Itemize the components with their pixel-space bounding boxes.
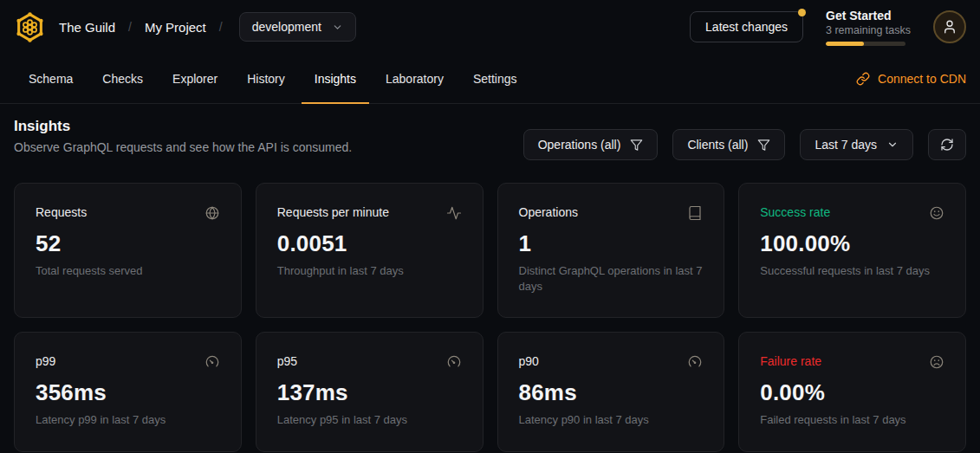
- latest-changes-button[interactable]: Latest changes: [690, 11, 803, 42]
- activity-icon: [446, 205, 462, 221]
- gauge-icon: [687, 354, 703, 370]
- notification-dot: [798, 9, 806, 16]
- stat-card-requests-per-minute: Requests per minute 0.0051 Throughput in…: [256, 183, 484, 318]
- tab-insights[interactable]: Insights: [300, 54, 371, 103]
- refresh-button[interactable]: [928, 129, 966, 160]
- period-selector[interactable]: Last 7 days: [800, 129, 913, 160]
- user-avatar[interactable]: [933, 10, 966, 43]
- card-title: Success rate: [760, 205, 830, 219]
- operations-filter-label: Operations (all): [538, 138, 621, 152]
- stats-grid: Requests 52 Total requests served Reques…: [14, 183, 966, 452]
- tab-checks[interactable]: Checks: [88, 54, 158, 103]
- chevron-down-icon: [332, 22, 343, 33]
- gauge-icon: [204, 354, 220, 370]
- card-subtitle: Latency p90 in last 7 days: [519, 412, 704, 428]
- get-started-subtitle: 3 remaining tasks: [826, 24, 911, 36]
- filter-icon: [757, 139, 770, 152]
- insights-page: Insights Observe GraphQL requests and se…: [0, 104, 980, 452]
- stat-card-failure-rate: Failure rate 0.00% Failed requests in la…: [738, 332, 966, 452]
- card-title: Operations: [519, 205, 578, 219]
- card-value: 137ms: [277, 379, 462, 406]
- card-value: 1: [519, 230, 704, 257]
- stat-card-p90: p90 86ms Latency p90 in last 7 days: [497, 332, 725, 452]
- frown-icon: [929, 354, 944, 370]
- card-title: p99: [36, 354, 55, 368]
- card-subtitle: Latency p95 in last 7 days: [277, 412, 462, 428]
- page-subtitle: Observe GraphQL requests and see how the…: [14, 140, 352, 154]
- breadcrumb-project[interactable]: My Project: [145, 20, 206, 35]
- stat-card-p95: p95 137ms Latency p95 in last 7 days: [256, 332, 484, 452]
- nav-tabs: Schema Checks Explorer History Insights …: [14, 54, 532, 103]
- gauge-icon: [446, 354, 462, 370]
- card-title: p90: [519, 354, 539, 368]
- page-title: Insights: [14, 118, 352, 135]
- card-subtitle: Failed requests in last 7 days: [760, 412, 944, 428]
- card-value: 52: [36, 230, 220, 257]
- period-selector-value: Last 7 days: [815, 138, 877, 152]
- clients-filter-label: Clients (all): [687, 138, 748, 152]
- latest-changes-label: Latest changes: [705, 20, 788, 34]
- operations-filter-button[interactable]: Operations (all): [523, 129, 659, 160]
- card-title: p95: [277, 354, 297, 368]
- card-value: 86ms: [519, 379, 704, 406]
- hive-logo-icon[interactable]: [14, 11, 46, 43]
- get-started-widget[interactable]: Get Started 3 remaining tasks: [826, 9, 911, 46]
- stat-card-p99: p99 356ms Latency p99 in last 7 days: [14, 332, 242, 452]
- breadcrumb-separator: /: [219, 20, 223, 34]
- topbar: The Guild / My Project / development Lat…: [0, 0, 980, 54]
- card-subtitle: Distinct GraphQL operations in last 7 da…: [519, 263, 704, 294]
- card-subtitle: Successful requests in last 7 days: [760, 263, 944, 279]
- globe-icon: [204, 205, 220, 221]
- get-started-progress-fill: [826, 42, 864, 46]
- card-subtitle: Latency p99 in last 7 days: [36, 412, 220, 428]
- card-value: 0.00%: [760, 379, 944, 406]
- card-value: 356ms: [36, 379, 220, 406]
- filter-toolbar: Operations (all) Clients (all) Last 7 da…: [523, 129, 966, 160]
- tab-schema[interactable]: Schema: [14, 54, 88, 103]
- card-subtitle: Throughput in last 7 days: [277, 263, 462, 279]
- get-started-title: Get Started: [826, 9, 911, 23]
- tab-explorer[interactable]: Explorer: [158, 54, 232, 103]
- connect-cdn-label: Connect to CDN: [878, 72, 966, 86]
- card-title: Failure rate: [760, 354, 821, 368]
- card-value: 0.0051: [277, 230, 462, 257]
- tab-history[interactable]: History: [232, 54, 300, 103]
- stat-card-success-rate: Success rate 100.00% Successful requests…: [738, 183, 966, 318]
- main-nav: Schema Checks Explorer History Insights …: [0, 54, 980, 104]
- stat-card-operations: Operations 1 Distinct GraphQL operations…: [497, 183, 725, 318]
- environment-selector[interactable]: development: [239, 12, 356, 42]
- link-icon: [856, 72, 870, 86]
- tab-settings[interactable]: Settings: [458, 54, 532, 103]
- clients-filter-button[interactable]: Clients (all): [672, 129, 785, 160]
- card-title: Requests per minute: [277, 205, 389, 219]
- tab-laboratory[interactable]: Laboratory: [371, 54, 458, 103]
- card-value: 100.00%: [760, 230, 944, 257]
- breadcrumb-org[interactable]: The Guild: [59, 20, 115, 35]
- card-subtitle: Total requests served: [36, 263, 220, 279]
- filter-icon: [630, 139, 643, 152]
- chevron-down-icon: [886, 139, 899, 151]
- smile-icon: [929, 205, 944, 221]
- get-started-progress: [826, 42, 905, 46]
- page-title-block: Insights Observe GraphQL requests and se…: [14, 118, 352, 154]
- card-title: Requests: [36, 205, 87, 219]
- user-icon: [942, 19, 957, 35]
- book-icon: [687, 205, 703, 221]
- breadcrumb-separator: /: [128, 20, 132, 34]
- environment-selector-value: development: [252, 20, 321, 34]
- stat-card-requests: Requests 52 Total requests served: [14, 183, 242, 318]
- connect-cdn-link[interactable]: Connect to CDN: [856, 54, 966, 103]
- refresh-icon: [940, 138, 954, 152]
